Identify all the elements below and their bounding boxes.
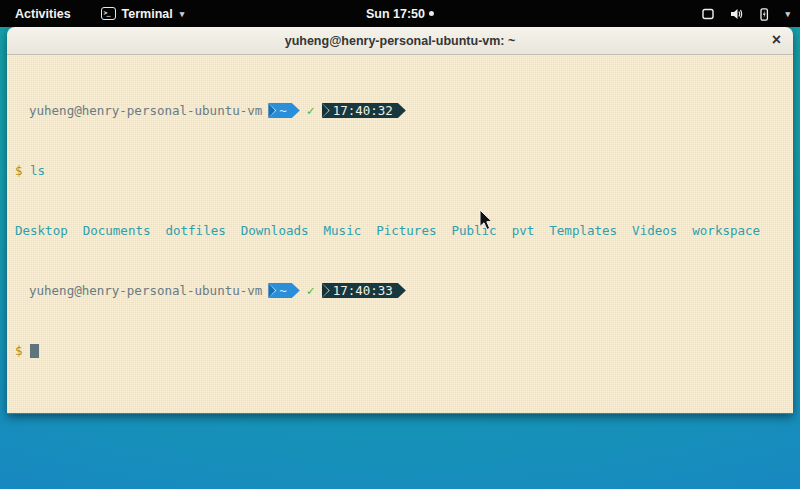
activities-button[interactable]: Activities bbox=[11, 5, 75, 23]
input-line[interactable]: $ bbox=[15, 343, 785, 358]
clock-label: Sun 17:50 bbox=[366, 7, 425, 21]
app-menu[interactable]: >_ Terminal ▾ bbox=[97, 5, 189, 23]
top-bar-left: Activities >_ Terminal ▾ bbox=[11, 5, 188, 23]
prompt-time: 17:40:33 bbox=[322, 283, 406, 298]
status-check-icon: ✓ bbox=[307, 283, 315, 298]
ls-output: Desktop Documents dotfiles Downloads Mus… bbox=[15, 223, 785, 238]
powerline-time-segment: 17:40:33 bbox=[322, 283, 406, 298]
powerline-cwd-segment: ~ bbox=[268, 103, 300, 118]
close-button[interactable]: × bbox=[772, 30, 781, 50]
prompt-user: yuheng@henry-personal-ubuntu-vm bbox=[29, 103, 262, 118]
command-text: ls bbox=[23, 163, 46, 178]
app-menu-label: Terminal bbox=[122, 7, 173, 21]
prompt-dollar: $ bbox=[15, 343, 23, 358]
clock-button[interactable]: Sun 17:50 bbox=[366, 7, 434, 21]
prompt-line-1: yuheng@henry-personal-ubuntu-vm ~ ✓ 17:4… bbox=[15, 103, 785, 118]
prompt-user: yuheng@henry-personal-ubuntu-vm bbox=[29, 283, 262, 298]
terminal-icon: >_ bbox=[101, 7, 116, 20]
terminal-cursor bbox=[30, 344, 39, 358]
prompt-time: 17:40:32 bbox=[322, 103, 406, 118]
chevron-down-icon: ▾ bbox=[180, 9, 185, 19]
battery-charging-icon bbox=[756, 6, 772, 22]
top-bar-right: ▾ bbox=[696, 4, 794, 24]
title-bar[interactable]: yuheng@henry-personal-ubuntu-vm: ~ × bbox=[7, 27, 793, 55]
terminal-content[interactable]: yuheng@henry-personal-ubuntu-vm ~ ✓ 17:4… bbox=[7, 55, 793, 413]
mouse-cursor bbox=[479, 209, 494, 231]
screen-icon bbox=[700, 6, 716, 22]
window-title: yuheng@henry-personal-ubuntu-vm: ~ bbox=[285, 34, 516, 48]
powerline-cwd-segment: ~ bbox=[268, 283, 300, 298]
volume-icon bbox=[728, 6, 744, 22]
prompt-line-2: yuheng@henry-personal-ubuntu-vm ~ ✓ 17:4… bbox=[15, 283, 785, 298]
top-bar: Activities >_ Terminal ▾ Sun 17:50 ▾ bbox=[0, 0, 800, 27]
prompt-dollar: $ bbox=[15, 163, 23, 178]
chevron-down-icon: ▾ bbox=[785, 9, 790, 19]
notification-dot bbox=[429, 11, 434, 16]
command-line: $ ls bbox=[15, 163, 785, 178]
terminal-window: yuheng@henry-personal-ubuntu-vm: ~ × yuh… bbox=[7, 27, 793, 414]
powerline-time-segment: 17:40:32 bbox=[322, 103, 406, 118]
status-check-icon: ✓ bbox=[307, 103, 315, 118]
system-menu[interactable]: ▾ bbox=[696, 4, 794, 24]
